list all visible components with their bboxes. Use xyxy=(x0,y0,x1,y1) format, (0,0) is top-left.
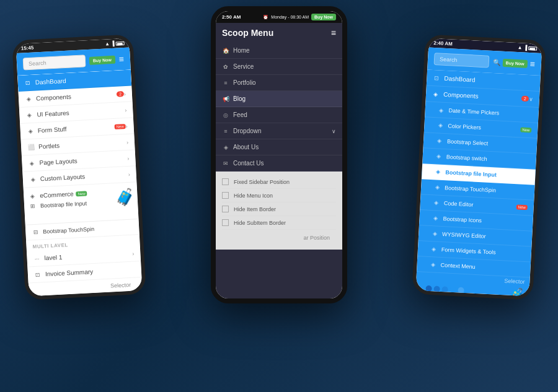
dot-right xyxy=(441,286,448,293)
cb-box-menu-icon[interactable] xyxy=(222,192,229,199)
sidebar-center: 🏠 Home ✿ Service ≡ Portfolio 📢 Blog ◎ Fe… xyxy=(216,43,342,298)
selector-label-right: Selector xyxy=(504,277,525,285)
invoice-icon-left: ⊡ xyxy=(34,271,42,278)
dashboard-label-right: DashBoard xyxy=(444,75,534,87)
menu-feed-center[interactable]: ◎ Feed xyxy=(216,107,342,123)
ui-icon-left: ◈ xyxy=(25,111,33,118)
hamburger-right[interactable]: ≡ xyxy=(529,59,535,69)
fileinput-icon-right: ◈ xyxy=(434,168,442,175)
form-label-left: Form Stuff xyxy=(38,123,112,134)
hamburger-left[interactable]: ≡ xyxy=(118,54,124,64)
time-left: 15:45 xyxy=(21,45,34,51)
touchspin-label-right: Bootstrap TouchSpin xyxy=(445,185,528,195)
components-icon-left: ◈ xyxy=(25,95,33,102)
sidebar-right: ⊡ DashBoard ◈ Components 2 ∨ ◈ Date & Ti… xyxy=(415,69,540,296)
search-placeholder-right: Search xyxy=(440,56,458,63)
buy-now-btn-left[interactable]: Buy Now xyxy=(89,55,116,64)
portlets-label-left: Portlets xyxy=(38,139,126,150)
bootstrapswitch-label-right: Bootstrap switch xyxy=(446,154,530,164)
search-input-left[interactable]: Search xyxy=(23,54,86,70)
dot-right xyxy=(433,295,440,296)
chevron-pagelayouts-left: › xyxy=(127,155,130,161)
touchspin-label-left: Bootstrap TouchSpin xyxy=(43,224,133,235)
dashboard-icon-right: ⊡ xyxy=(433,74,441,81)
bootstrapselect-label-right: Bootstrap Select xyxy=(447,138,531,149)
cb-box-item-border[interactable] xyxy=(222,206,229,212)
portfolio-icon-center: ≡ xyxy=(222,80,229,86)
luggage-icon-left: 🧳 xyxy=(115,187,136,207)
search-input-right[interactable]: Search xyxy=(434,53,490,68)
feed-label-center: Feed xyxy=(233,111,336,118)
cb-box-fixed[interactable] xyxy=(222,178,229,185)
pagelayouts-icon-left: ◈ xyxy=(28,160,36,167)
codeeditor-label-right: Code Editor xyxy=(444,200,514,210)
phone-left: 15:45 ▲ ▐ Search Buy Now ≡ ⊡ DashBoard xyxy=(12,34,146,300)
buy-now-center-btn[interactable]: Buy Now xyxy=(311,14,336,20)
aboutus-icon-center: ◈ xyxy=(222,144,229,150)
time-right: 2:40 AM xyxy=(433,40,453,47)
menu-aboutus-center[interactable]: ◈ About Us xyxy=(216,139,342,155)
dot-right xyxy=(425,295,432,297)
cb-label-menu-icon: Hide Menu Icon xyxy=(234,193,273,199)
aboutus-label-center: About Us xyxy=(233,144,336,150)
chevron-portlets-left: › xyxy=(126,139,129,145)
menu-blog-center[interactable]: 📢 Blog xyxy=(216,91,342,107)
wysiwyg-icon-right: ◈ xyxy=(431,230,439,237)
chevron-customlayouts-left: › xyxy=(128,171,130,177)
touchspin-icon-left: ⊟ xyxy=(32,229,40,236)
touchspin-icon-right: ◈ xyxy=(433,184,441,191)
checkbox-fixed-sidebar[interactable]: Fixed Sidebar Position xyxy=(222,175,336,189)
contactus-label-center: Contact Us xyxy=(233,160,336,167)
pagelayouts-label-left: Page Layouts xyxy=(39,155,127,166)
wysiwyg-label-right: WYSIWYG Editor xyxy=(442,231,526,242)
badge-ecommerce-left: New xyxy=(76,191,87,196)
menu-portfolio-center[interactable]: ≡ Portfolio xyxy=(216,75,342,91)
clock-icon-center: ⏰ xyxy=(263,15,268,20)
service-icon-center: ✿ xyxy=(222,64,229,70)
menu-home-center[interactable]: 🏠 Home xyxy=(216,43,342,59)
chevron-components-left: › xyxy=(124,90,126,97)
checkbox-hide-menu-icon[interactable]: Hide Menu Icon xyxy=(222,189,336,203)
dot-right xyxy=(450,287,456,294)
datetime-label-right: Date & Time Pickers xyxy=(448,107,532,118)
day-time-center: Monday - 08:30 AM xyxy=(271,15,309,19)
invoice-label-left: Invoice Summary xyxy=(45,266,135,278)
checkbox-hide-item-border[interactable]: Hide Item Border xyxy=(222,203,336,216)
luggage-icon-right: 🧳 xyxy=(507,287,526,297)
components-label-right: Components xyxy=(443,91,520,102)
badge-components-right: 2 xyxy=(521,95,529,102)
contactus-icon-center: ✉ xyxy=(222,160,229,167)
badge-components-left: 2 xyxy=(117,91,124,97)
chevron-dropdown-center: ∨ xyxy=(332,128,336,134)
form-icon-left: ◈ xyxy=(27,128,35,134)
lavel-icon-left: ··· xyxy=(33,255,41,262)
blog-label-center: Blog xyxy=(233,95,336,102)
center-info: ⏰ Monday - 08:30 AM Buy Now xyxy=(263,14,336,20)
badge-colorpickers-right: New xyxy=(520,127,531,133)
lavel-label-left: lavel 1 xyxy=(44,250,132,261)
selector-label-center: ar Position xyxy=(297,232,336,243)
formwidgets-icon-right: ◈ xyxy=(430,246,438,253)
wifi-icon: ▲ xyxy=(105,41,110,46)
cb-box-subitem-border[interactable] xyxy=(222,219,229,226)
components-label-left: Components xyxy=(36,91,114,102)
cb-label-fixed: Fixed Sidebar Position xyxy=(234,179,290,185)
badge-form-left: New xyxy=(114,123,125,129)
selector-label-left: Selector xyxy=(104,279,138,292)
formwidgets-label-right: Form Widgets & Tools xyxy=(441,246,525,257)
checkbox-hide-subitem-border[interactable]: Hide SubItem Border xyxy=(222,216,336,230)
ecommerce-label-left: eCommerce xyxy=(40,191,74,199)
menu-contactus-center[interactable]: ✉ Contact Us xyxy=(216,155,342,172)
chevron-ui-left: › xyxy=(125,107,127,113)
dashboard-icon-left: ⊡ xyxy=(24,79,32,86)
app-header-center: Scoop Menu ≡ xyxy=(216,23,342,43)
menu-dropdown-center[interactable]: ≡ Dropdown ∨ xyxy=(216,123,342,139)
menu-service-center[interactable]: ✿ Service xyxy=(216,59,342,75)
hamburger-center[interactable]: ≡ xyxy=(331,28,336,38)
buy-now-btn-right[interactable]: Buy Now xyxy=(502,58,528,68)
chevron-form-left: › xyxy=(125,123,128,129)
blog-icon-center: 📢 xyxy=(222,96,229,102)
status-bar-center: 2:50 AM ⏰ Monday - 08:30 AM Buy Now xyxy=(216,11,342,23)
ui-label-left: UI Features xyxy=(37,107,125,118)
checkbox-section-center: Fixed Sidebar Position Hide Menu Icon Hi… xyxy=(216,172,342,250)
